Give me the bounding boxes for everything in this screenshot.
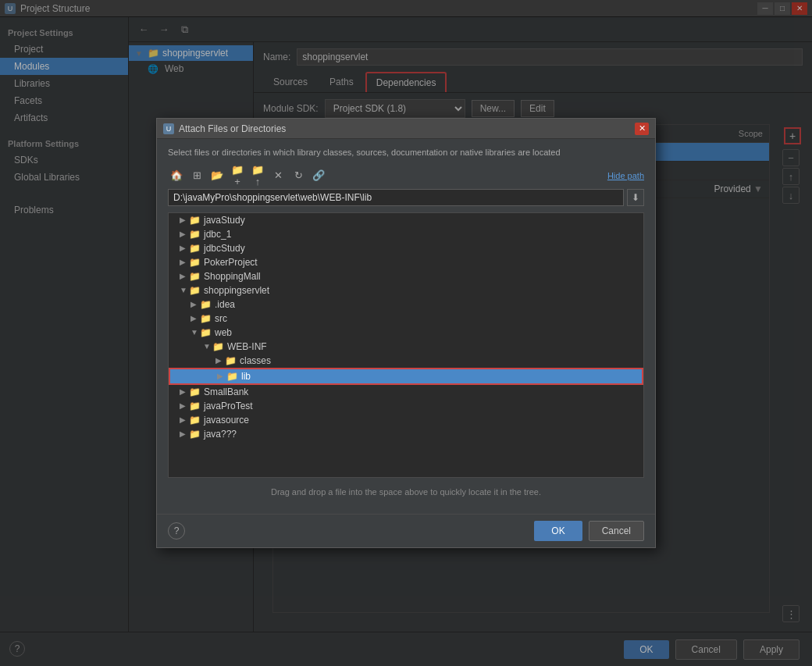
file-tree-item-shoppingservlet[interactable]: ▼ 📁 shoppingservlet — [169, 283, 643, 297]
file-tree-item-webinf[interactable]: ▼ 📁 WEB-INF — [169, 340, 643, 354]
folder-new-button[interactable]: 📁+ — [229, 167, 246, 184]
drag-hint: Drag and drop a file into the space abov… — [168, 484, 644, 500]
path-download-button[interactable]: ⬇ — [627, 189, 644, 206]
path-row: ⬇ — [168, 189, 644, 206]
dialog-help-button[interactable]: ? — [168, 522, 185, 540]
file-tree-item-javastudy[interactable]: ▶ 📁 javaStudy — [169, 213, 643, 227]
refresh-button[interactable]: ↻ — [290, 167, 307, 184]
folder-up-button[interactable]: 📁↑ — [249, 167, 266, 184]
hide-path-link[interactable]: Hide path — [607, 171, 644, 180]
delete-button[interactable]: ✕ — [269, 167, 287, 184]
dialog-icon: U — [163, 123, 174, 134]
file-tree-item-lib[interactable]: ▶ 📁 lib — [169, 368, 643, 385]
link-button[interactable]: 🔗 — [310, 167, 327, 184]
attach-files-dialog: U Attach Files or Directories ✕ Select f… — [156, 118, 656, 547]
file-tree[interactable]: ▶ 📁 javaStudy ▶ 📁 jdbc_1 ▶ 📁 jdbcStudy — [168, 212, 644, 478]
file-tree-item-javamisc[interactable]: ▶ 📁 java??? — [169, 427, 643, 441]
dialog-title-bar: U Attach Files or Directories ✕ — [157, 119, 655, 139]
dialog-title: Attach Files or Directories — [179, 123, 286, 134]
file-tree-item-smallbank[interactable]: ▶ 📁 SmallBank — [169, 385, 643, 399]
dialog-body: Select files or directories in which lib… — [157, 139, 655, 513]
file-tree-item-classes[interactable]: ▶ 📁 classes — [169, 354, 643, 368]
home-button[interactable]: 🏠 — [168, 167, 185, 184]
file-tree-item-jdbcstudy[interactable]: ▶ 📁 jdbcStudy — [169, 241, 643, 255]
dialog-toolbar: 🏠 ⊞ 📂 📁+ 📁↑ ✕ ↻ 🔗 Hide path — [168, 167, 644, 184]
file-tree-item-javasource[interactable]: ▶ 📁 javasource — [169, 413, 643, 427]
file-tree-item-javaprotest[interactable]: ▶ 📁 javaProTest — [169, 399, 643, 413]
dialog-overlay: U Attach Files or Directories ✕ Select f… — [0, 0, 812, 666]
dialog-cancel-button[interactable]: Cancel — [589, 521, 644, 541]
file-tree-item-pokerproject[interactable]: ▶ 📁 PokerProject — [169, 255, 643, 269]
grid-button[interactable]: ⊞ — [188, 167, 205, 184]
dialog-description: Select files or directories in which lib… — [168, 147, 644, 158]
file-tree-item-src[interactable]: ▶ 📁 src — [169, 312, 643, 326]
file-tree-item-shoppingmall[interactable]: ▶ 📁 ShoppingMall — [169, 269, 643, 283]
dialog-ok-button[interactable]: OK — [534, 521, 582, 541]
path-input[interactable] — [168, 189, 624, 206]
file-tree-item-web[interactable]: ▼ 📁 web — [169, 326, 643, 340]
dialog-close-button[interactable]: ✕ — [635, 123, 649, 135]
file-tree-item-idea[interactable]: ▶ 📁 .idea — [169, 297, 643, 312]
folder-open-button[interactable]: 📂 — [208, 167, 226, 184]
dialog-footer: ? OK Cancel — [157, 514, 655, 547]
file-tree-item-jdbc1[interactable]: ▶ 📁 jdbc_1 — [169, 227, 643, 241]
dialog-action-buttons: OK Cancel — [534, 521, 644, 541]
